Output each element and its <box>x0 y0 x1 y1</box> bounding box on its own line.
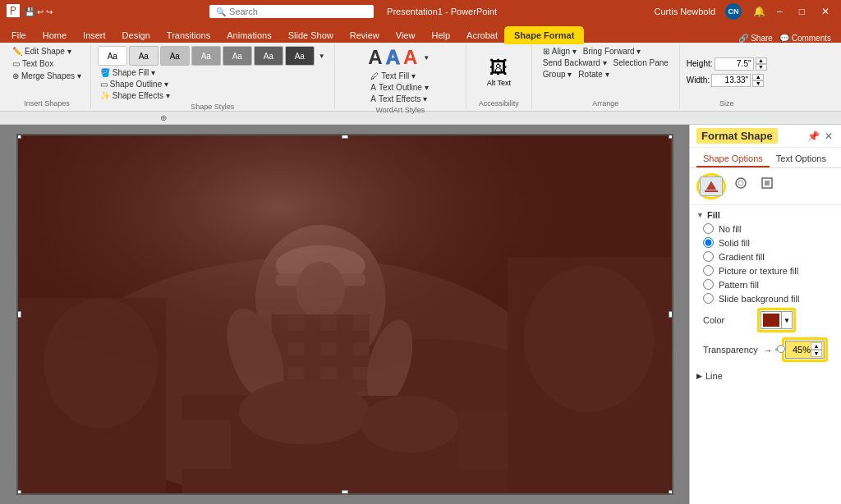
handle-tr[interactable] <box>669 134 673 139</box>
no-fill-option[interactable]: No fill <box>696 222 834 236</box>
edit-shape-icon: ✏️ <box>12 47 22 56</box>
tab-file[interactable]: File <box>3 28 34 43</box>
search-input[interactable] <box>229 7 367 16</box>
handle-mr[interactable] <box>669 311 673 318</box>
handle-tl[interactable] <box>16 134 21 139</box>
align-icon: ⊞ <box>543 47 549 56</box>
gradient-fill-radio[interactable] <box>703 251 714 262</box>
merge-shapes-button[interactable]: ⊕ Merge Shapes ▾ <box>10 71 84 81</box>
panel-tab-shape-options[interactable]: Shape Options <box>696 151 770 167</box>
panel-size-icon-btn[interactable] <box>756 173 779 193</box>
wordart-more[interactable]: ▼ <box>420 53 432 62</box>
tab-animations[interactable]: Animations <box>218 28 279 43</box>
panel-effects-icon-btn[interactable] <box>729 173 752 193</box>
comments-button[interactable]: 💬 Comments <box>779 34 831 43</box>
tab-acrobat[interactable]: Acrobat <box>458 28 506 43</box>
user-name: Curtis Newbold <box>654 7 715 16</box>
tab-shape-format[interactable]: Shape Format <box>506 28 582 43</box>
transparency-input[interactable] <box>788 345 811 355</box>
fill-section-header[interactable]: ▼ Fill <box>696 208 834 222</box>
shape-effects-button[interactable]: ✨ Shape Effects ▾ <box>98 90 172 101</box>
height-down[interactable]: ▼ <box>756 64 767 71</box>
slide-canvas[interactable] <box>16 134 673 495</box>
shape-style-1[interactable]: Aa <box>98 46 127 66</box>
transparency-slider[interactable] <box>775 348 779 351</box>
shape-styles-more[interactable]: ▼ <box>316 46 328 66</box>
format-panel-close[interactable]: ✕ <box>823 129 834 144</box>
slide-bg-fill-radio[interactable] <box>703 293 714 304</box>
text-effects-button[interactable]: A Text Effects ▾ <box>368 94 430 104</box>
maximize-button[interactable]: □ <box>794 4 810 19</box>
shape-style-2[interactable]: Aa <box>129 46 159 66</box>
width-down[interactable]: ▼ <box>752 80 764 87</box>
line-section[interactable]: ▶ Line <box>690 368 841 384</box>
color-dropdown-btn[interactable]: ▼ <box>781 312 792 328</box>
edit-shape-button[interactable]: ✏️ Edit Shape ▾ <box>10 46 84 57</box>
canvas-area <box>0 125 689 504</box>
handle-ml[interactable] <box>16 311 21 318</box>
tab-insert[interactable]: Insert <box>75 28 114 43</box>
shape-style-5[interactable]: Aa <box>223 46 252 66</box>
width-up[interactable]: ▲ <box>752 74 764 80</box>
tab-design[interactable]: Design <box>114 28 159 43</box>
bring-forward-button[interactable]: Bring Forward ▾ <box>581 46 644 57</box>
text-outline-icon: A <box>370 83 376 92</box>
rotate-button[interactable]: Rotate ▾ <box>576 69 611 80</box>
width-input[interactable] <box>711 74 751 87</box>
share-button[interactable]: 🔗 Share <box>738 34 772 43</box>
wordart-a-solid[interactable]: A <box>368 46 382 69</box>
shape-style-4[interactable]: Aa <box>191 46 221 66</box>
text-fill-button[interactable]: 🖊 Text Fill ▾ <box>368 71 430 81</box>
fill-section-label: Fill <box>707 210 720 220</box>
text-box-button[interactable]: ▭ Text Box <box>10 58 84 69</box>
tab-transitions[interactable]: Transitions <box>159 28 218 43</box>
format-panel-pin[interactable]: 📌 <box>806 129 821 144</box>
panel-fill-icon-btn[interactable] <box>700 176 723 196</box>
group-button[interactable]: Group ▾ <box>540 69 575 80</box>
wordart-a-shadow[interactable]: A <box>403 46 417 69</box>
tab-slideshow[interactable]: Slide Show <box>280 28 342 43</box>
handle-bc[interactable] <box>342 490 348 495</box>
tab-home[interactable]: Home <box>34 28 75 43</box>
panel-tab-text-options[interactable]: Text Options <box>770 151 833 167</box>
send-backward-button[interactable]: Send Backward ▾ <box>540 57 609 68</box>
shape-fill-button[interactable]: 🪣 Shape Fill ▾ <box>98 67 172 78</box>
text-outline-button[interactable]: A Text Outline ▾ <box>368 82 430 93</box>
solid-fill-option[interactable]: Solid fill <box>696 236 834 250</box>
close-button[interactable]: ✕ <box>816 4 834 19</box>
shape-outline-button[interactable]: ▭ Shape Outline ▾ <box>98 79 172 89</box>
pattern-fill-radio[interactable] <box>703 279 714 290</box>
wordart-a-outline[interactable]: A <box>386 46 400 69</box>
transparency-down[interactable]: ▼ <box>811 350 822 357</box>
handle-br[interactable] <box>669 490 673 495</box>
picture-fill-radio[interactable] <box>703 265 714 276</box>
align-button[interactable]: ⊞ Align ▾ <box>540 46 579 57</box>
size-position-icon <box>761 176 774 190</box>
slide-bg-fill-option[interactable]: Slide background fill <box>696 291 834 305</box>
transparency-up[interactable]: ▲ <box>811 342 822 350</box>
quick-access: 💾 ↩ ↪ <box>25 7 53 16</box>
tab-view[interactable]: View <box>388 28 424 43</box>
minimize-button[interactable]: – <box>772 4 788 19</box>
shape-style-3[interactable]: Aa <box>160 46 190 66</box>
tab-review[interactable]: Review <box>342 28 388 43</box>
handle-bl[interactable] <box>16 490 21 495</box>
fill-section: ▼ Fill No fill Solid fill Gradient fill … <box>690 205 841 368</box>
height-input[interactable] <box>715 57 754 71</box>
arrange-label: Arrange <box>592 99 618 108</box>
picture-fill-option[interactable]: Picture or texture fill <box>696 263 834 277</box>
alt-text-button[interactable]: 🖼 Alt Text <box>487 57 511 87</box>
selection-pane-button[interactable]: Selection Pane <box>611 57 671 68</box>
no-fill-radio[interactable] <box>703 223 714 234</box>
pattern-fill-option[interactable]: Pattern fill <box>696 277 834 291</box>
height-up[interactable]: ▲ <box>756 57 767 64</box>
tab-help[interactable]: Help <box>423 28 458 43</box>
handle-tc[interactable] <box>342 134 348 139</box>
slide-image <box>18 135 672 493</box>
solid-fill-radio[interactable] <box>703 237 714 248</box>
shape-style-6[interactable]: Aa <box>254 46 283 66</box>
shape-style-7[interactable]: Aa <box>285 46 315 66</box>
ribbon-group-accessibility: 🖼 Alt Text Accessibility <box>466 44 532 109</box>
gradient-fill-option[interactable]: Gradient fill <box>696 250 834 263</box>
color-picker[interactable]: ▼ <box>761 311 793 329</box>
